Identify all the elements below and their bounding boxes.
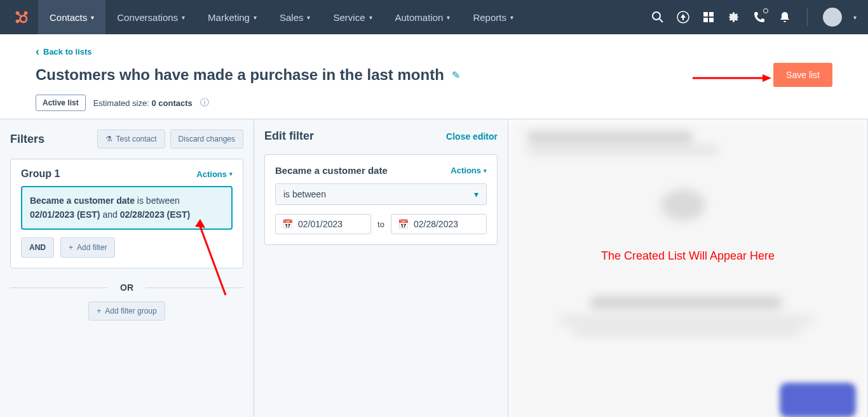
annotation-arrow-save	[693, 72, 772, 84]
operator-value: is between	[283, 189, 326, 199]
edit-filter-title: Edit filter	[264, 129, 314, 143]
info-icon[interactable]: ⓘ	[200, 97, 209, 109]
nav-item-reports[interactable]: Reports▾	[461, 0, 525, 34]
search-icon[interactable]	[651, 10, 665, 24]
chevron-down-icon: ▾	[474, 189, 478, 199]
chat-widget[interactable]	[780, 383, 856, 417]
nav-items: Contacts▾ Conversations▾ Marketing▾ Sale…	[38, 0, 525, 34]
chevron-down-icon: ▾	[447, 14, 450, 21]
nav-item-label: Sales	[280, 12, 304, 23]
edit-filter-field-title: Became a customer date	[275, 165, 388, 176]
svg-rect-12	[703, 18, 708, 22]
nav-item-conversations[interactable]: Conversations▾	[105, 0, 196, 34]
svg-marker-15	[763, 74, 771, 82]
avatar[interactable]	[823, 8, 842, 27]
plus-icon: +	[69, 243, 73, 252]
hubspot-logo-icon[interactable]	[13, 8, 31, 26]
nav-item-contacts[interactable]: Contacts▾	[38, 0, 105, 34]
calendar-icon: 📅	[398, 219, 409, 229]
nav-item-automation[interactable]: Automation▾	[384, 0, 462, 34]
svg-line-4	[17, 13, 22, 17]
nav-divider	[807, 8, 808, 26]
svg-rect-13	[709, 18, 714, 22]
date-from-value: 02/01/2023	[298, 219, 342, 229]
chevron-down-icon: ▾	[91, 14, 94, 21]
date-from-input[interactable]: 📅 02/01/2023	[275, 214, 371, 234]
nav-item-label: Service	[333, 12, 365, 23]
svg-rect-10	[703, 12, 708, 17]
close-editor-link[interactable]: Close editor	[446, 131, 498, 142]
edit-pencil-icon[interactable]: ✎	[452, 69, 460, 81]
upgrade-icon[interactable]	[676, 10, 690, 24]
page-title: Customers who have made a purchase in th…	[36, 66, 444, 84]
nav-item-marketing[interactable]: Marketing▾	[196, 0, 268, 34]
chevron-down-icon: ▾	[484, 168, 487, 174]
date-to-input[interactable]: 📅 02/28/2023	[391, 214, 487, 234]
annotation-arrow-filter	[194, 219, 232, 301]
save-list-button[interactable]: Save list	[773, 63, 832, 87]
chevron-down-icon: ▾	[182, 14, 185, 21]
nav-right: ▾	[651, 8, 863, 27]
filters-title: Filters	[10, 133, 44, 146]
to-label: to	[377, 220, 384, 229]
main-content: Filters ⚗Test contact Discard changes Gr…	[0, 119, 868, 417]
preview-blurred-content	[508, 119, 867, 417]
nav-item-label: Marketing	[208, 12, 250, 23]
chevron-down-icon[interactable]: ▾	[853, 14, 857, 21]
edit-filter-card: Became a customer date Actions▾ is betwe…	[264, 154, 498, 245]
group-title: Group 1	[21, 168, 60, 180]
nav-item-sales[interactable]: Sales▾	[268, 0, 322, 34]
nav-item-label: Contacts	[50, 12, 87, 23]
top-nav: Contacts▾ Conversations▾ Marketing▾ Sale…	[0, 0, 868, 34]
svg-point-7	[653, 12, 660, 20]
nav-item-label: Automation	[395, 12, 444, 23]
date-to-value: 02/28/2023	[414, 219, 458, 229]
operator-select[interactable]: is between ▾	[275, 183, 487, 205]
nav-item-label: Reports	[473, 12, 506, 23]
svg-line-8	[660, 19, 663, 22]
add-filter-group-button[interactable]: +Add filter group	[88, 301, 165, 321]
phone-icon[interactable]	[752, 10, 766, 24]
test-contact-button[interactable]: ⚗Test contact	[97, 129, 165, 149]
notifications-bell-icon[interactable]	[778, 10, 792, 24]
chevron-down-icon: ▾	[254, 14, 257, 21]
chevron-down-icon: ▾	[229, 171, 233, 177]
back-to-lists-link[interactable]: Back to lists	[36, 46, 92, 57]
list-type-badge: Active list	[36, 95, 86, 111]
svg-rect-11	[709, 12, 714, 17]
edit-filter-actions-dropdown[interactable]: Actions▾	[451, 166, 487, 175]
add-filter-button[interactable]: +Add filter	[60, 237, 115, 258]
chevron-down-icon: ▾	[510, 14, 513, 21]
nav-item-service[interactable]: Service▾	[322, 0, 383, 34]
plus-icon: +	[97, 307, 101, 315]
chevron-down-icon: ▾	[307, 14, 310, 21]
svg-marker-17	[195, 219, 205, 228]
group-actions-dropdown[interactable]: Actions▾	[196, 169, 233, 179]
and-badge: AND	[21, 237, 54, 258]
estimated-size-text: Estimated size: 0 contacts	[93, 98, 193, 108]
nav-item-label: Conversations	[117, 12, 178, 23]
marketplace-icon[interactable]	[702, 10, 715, 24]
preview-overlay-annotation: The Created List Will Appear Here	[601, 249, 775, 263]
edit-filter-panel: Edit filter Close editor Became a custom…	[254, 119, 508, 417]
preview-panel: The Created List Will Appear Here	[508, 119, 868, 417]
svg-line-16	[200, 225, 226, 295]
discard-changes-button[interactable]: Discard changes	[170, 129, 243, 149]
chevron-down-icon: ▾	[369, 14, 372, 21]
calendar-icon: 📅	[282, 219, 293, 229]
settings-gear-icon[interactable]	[727, 10, 741, 24]
flask-icon: ⚗	[105, 135, 112, 143]
